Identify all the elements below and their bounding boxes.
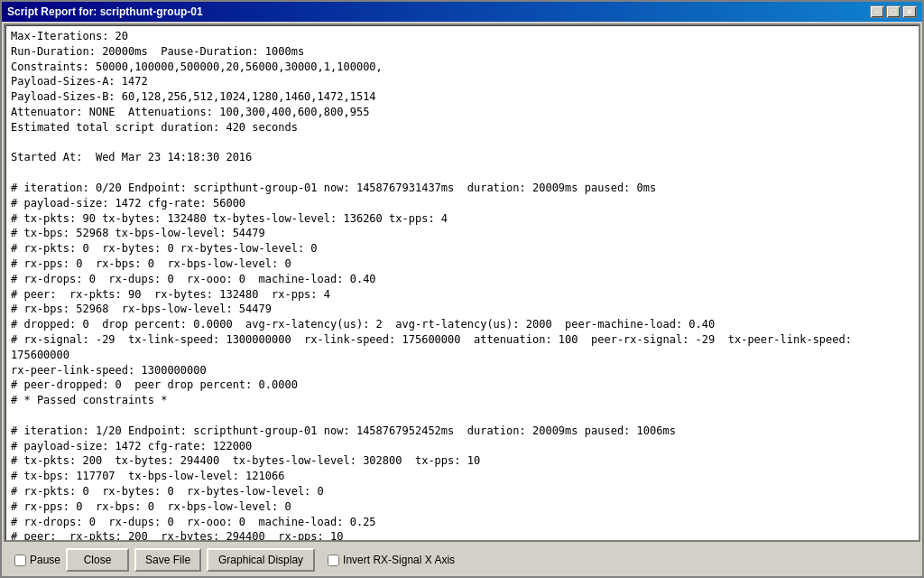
graphical-display-button[interactable]: Graphical Display (207, 548, 315, 572)
title-bar: Script Report for: scripthunt-group-01 −… (2, 2, 922, 22)
pause-label[interactable]: Pause (30, 554, 60, 566)
invert-label[interactable]: Invert RX-Signal X Axis (343, 554, 455, 566)
footer-bar: Pause Close Save File Graphical Display … (2, 544, 922, 576)
close-button[interactable]: Close (66, 548, 129, 572)
pause-checkbox[interactable] (14, 555, 26, 566)
pause-checkbox-group: Pause (14, 554, 60, 566)
close-button[interactable]: ✕ (902, 5, 917, 18)
maximize-button[interactable]: □ (886, 5, 901, 18)
window-title: Script Report for: scripthunt-group-01 (7, 5, 203, 18)
window-controls: − □ ✕ (870, 5, 917, 18)
report-text-area[interactable]: Max-Iterations: 20 Run-Duration: 20000ms… (4, 23, 920, 542)
invert-checkbox[interactable] (328, 555, 339, 566)
content-area: Max-Iterations: 20 Run-Duration: 20000ms… (2, 22, 922, 544)
save-file-button[interactable]: Save File (134, 548, 201, 572)
minimize-button[interactable]: − (870, 5, 884, 18)
invert-checkbox-group: Invert RX-Signal X Axis (328, 554, 455, 566)
